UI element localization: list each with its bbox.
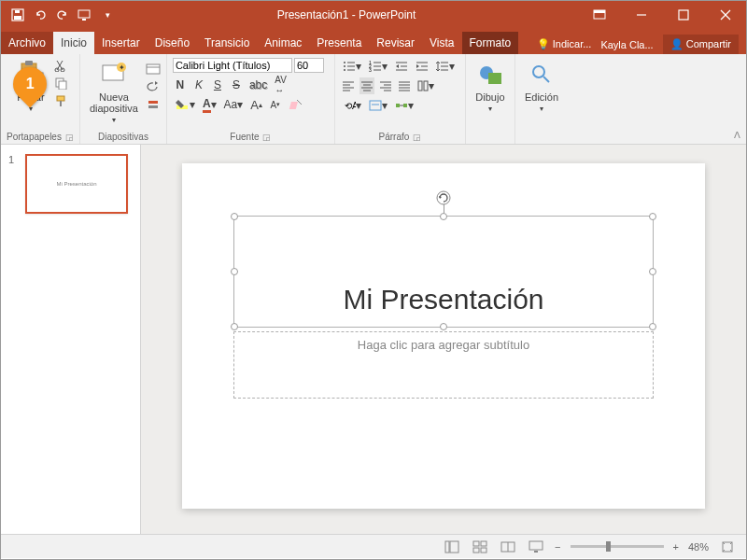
fit-to-window-icon[interactable] [718, 539, 737, 555]
undo-icon[interactable] [33, 7, 48, 22]
svg-rect-3 [78, 10, 90, 18]
align-left-icon[interactable] [341, 77, 356, 94]
font-size-select[interactable] [294, 58, 324, 73]
qat-customize-icon[interactable]: ▾ [100, 7, 115, 22]
editing-button[interactable]: Edición▾ [521, 58, 562, 115]
title-placeholder[interactable]: Mi Presentación [233, 216, 654, 328]
user-name[interactable]: Kayla Cla... [600, 39, 653, 50]
resize-handle[interactable] [440, 213, 447, 220]
maximize-icon[interactable] [662, 1, 704, 29]
zoom-out-button[interactable]: − [555, 541, 560, 553]
group-drawing: Dibujo▾ [466, 54, 515, 144]
svg-point-78 [437, 191, 450, 204]
resize-handle[interactable] [440, 323, 447, 330]
zoom-slider[interactable] [571, 545, 664, 548]
resize-handle[interactable] [231, 323, 238, 330]
collapse-ribbon-icon[interactable]: ᐱ [734, 130, 740, 140]
save-icon[interactable] [10, 7, 25, 22]
font-launcher-icon[interactable]: ◲ [262, 133, 271, 142]
tab-file[interactable]: Archivo [1, 32, 53, 54]
start-from-beginning-icon[interactable] [78, 7, 92, 22]
decrease-indent-icon[interactable] [393, 58, 410, 75]
tab-transitions[interactable]: Transicio [197, 32, 257, 54]
tab-home[interactable]: Inicio [53, 32, 94, 54]
tab-insert[interactable]: Insertar [94, 32, 148, 54]
copy-icon[interactable] [53, 76, 68, 91]
svg-rect-25 [148, 101, 158, 104]
resize-handle[interactable] [231, 268, 238, 275]
find-icon [527, 60, 557, 90]
slide-thumbnail-1[interactable]: Mi Presentación [25, 154, 128, 214]
italic-button[interactable]: K [191, 77, 206, 93]
change-case-button[interactable]: Aa▾ [222, 96, 246, 113]
clear-formatting-icon[interactable] [287, 96, 305, 113]
slide-sorter-view-icon[interactable] [471, 539, 489, 555]
slideshow-view-icon[interactable] [527, 539, 545, 555]
resize-handle[interactable] [649, 323, 656, 330]
slide-number: 1 [8, 154, 14, 165]
slide-canvas[interactable]: Mi Presentación Haga clic para agregar s… [141, 145, 746, 534]
tab-format[interactable]: Formato [462, 32, 519, 54]
clipboard-launcher-icon[interactable]: ◲ [65, 133, 74, 142]
reading-view-icon[interactable] [499, 539, 517, 555]
svg-rect-84 [481, 548, 486, 553]
tab-slideshow[interactable]: Presenta [309, 32, 369, 54]
resize-handle[interactable] [231, 213, 238, 220]
zoom-in-button[interactable]: + [673, 541, 679, 553]
reset-icon[interactable] [146, 79, 161, 94]
close-icon[interactable] [704, 1, 746, 29]
font-color-icon[interactable]: A▾ [201, 96, 218, 113]
increase-indent-icon[interactable] [414, 58, 430, 75]
redo-icon[interactable] [55, 7, 70, 22]
rotate-handle-icon[interactable] [436, 190, 451, 205]
resize-handle[interactable] [649, 268, 656, 275]
smartart-icon[interactable]: ▾ [393, 97, 416, 114]
strikethrough-button[interactable]: S [229, 77, 244, 93]
justify-icon[interactable] [397, 77, 412, 94]
layout-icon[interactable] [146, 62, 161, 77]
bold-button[interactable]: N [173, 77, 188, 93]
subtitle-placeholder[interactable]: Haga clic para agregar subtítulo [233, 331, 654, 399]
normal-view-icon[interactable] [443, 539, 461, 555]
new-slide-button[interactable]: ✦ Nueva diapositiva▾ [86, 58, 142, 126]
tell-me[interactable]: 💡 Indicar... [537, 38, 592, 50]
tab-animations[interactable]: Animac [257, 32, 309, 54]
tab-review[interactable]: Revisar [369, 32, 422, 54]
text-direction-icon[interactable]: ⟲A▾ [341, 97, 363, 114]
group-font: N K S S abc AV↔ ▾ A▾ Aa▾ A▴ A▾ Fuente◲ [167, 54, 335, 144]
underline-button[interactable]: S [210, 77, 225, 93]
columns-icon[interactable]: ▾ [416, 77, 436, 94]
ribbon-display-options-icon[interactable] [578, 1, 620, 29]
section-icon[interactable] [146, 97, 161, 112]
shadow-button[interactable]: abc [247, 77, 269, 93]
line-spacing-icon[interactable]: ▾ [434, 58, 457, 75]
zoom-level[interactable]: 48% [688, 541, 709, 553]
increase-font-icon[interactable]: A▴ [248, 96, 264, 113]
paragraph-launcher-icon[interactable]: ◲ [413, 133, 421, 142]
title-bar: ▾ Presentación1 - PowerPoint [1, 1, 746, 29]
tab-view[interactable]: Vista [422, 32, 461, 54]
shapes-icon [475, 60, 505, 90]
tab-design[interactable]: Diseño [148, 32, 197, 54]
share-button[interactable]: 👤 Compartir [663, 35, 739, 54]
align-right-icon[interactable] [378, 77, 393, 94]
svg-rect-23 [147, 64, 160, 74]
numbering-icon[interactable]: 123▾ [367, 58, 389, 75]
highlight-icon[interactable]: ▾ [173, 96, 197, 113]
align-center-icon[interactable] [359, 77, 374, 94]
drawing-button[interactable]: Dibujo▾ [472, 58, 509, 115]
character-spacing-icon[interactable]: AV↔ [273, 77, 289, 93]
resize-handle[interactable] [649, 213, 656, 220]
bullets-icon[interactable]: ▾ [341, 58, 363, 75]
font-name-select[interactable] [173, 58, 292, 73]
align-text-icon[interactable]: ▾ [367, 97, 389, 114]
cut-icon[interactable] [53, 58, 68, 73]
format-painter-icon[interactable] [53, 93, 68, 108]
tutorial-callout: 1 [13, 67, 47, 108]
svg-rect-69 [370, 101, 381, 110]
minimize-icon[interactable] [620, 1, 662, 29]
group-paragraph: ▾ 123▾ ▾ ▾ ⟲A▾ ▾ ▾ Párrafo◲ [335, 54, 466, 144]
svg-rect-81 [473, 541, 479, 546]
decrease-font-icon[interactable]: A▾ [268, 96, 283, 113]
title-text[interactable]: Mi Presentación [234, 284, 653, 315]
